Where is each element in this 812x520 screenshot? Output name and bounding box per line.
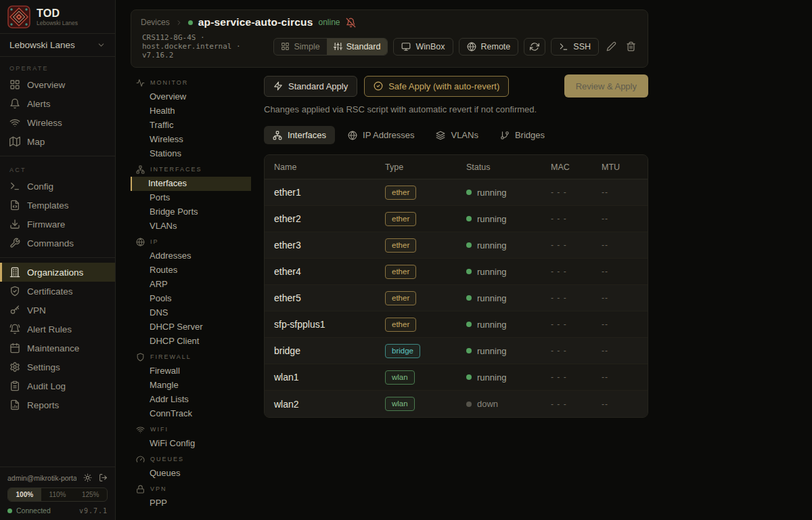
table-row-ether2[interactable]: ether2etherrunning- - --- [265, 206, 648, 232]
device-nav-item-health[interactable]: Health [131, 104, 251, 118]
view-mode-standard[interactable]: Standard [327, 39, 388, 55]
device-nav-item-mangle[interactable]: Mangle [131, 378, 251, 393]
sidebar-item-overview[interactable]: Overview [0, 75, 115, 94]
logout-button[interactable] [99, 473, 108, 482]
cell-name: ether4 [265, 266, 385, 277]
tab-bridges[interactable]: Bridges [491, 126, 554, 144]
sidebar-item-maintenance[interactable]: Maintenance [0, 339, 115, 358]
logout-icon [99, 473, 108, 482]
wifi-icon [136, 425, 145, 434]
tab-vlans[interactable]: VLANs [427, 126, 487, 144]
device-nav-item-traffic[interactable]: Traffic [131, 118, 251, 133]
table-row-wlan1[interactable]: wlan1wlanrunning- - --- [265, 364, 648, 391]
table-row-ether4[interactable]: ether4etherrunning- - --- [265, 259, 648, 285]
device-nav-section-firewall: FIREWALL [131, 349, 251, 364]
column-header-type: Type [385, 162, 466, 172]
device-nav-item-interfaces[interactable]: Interfaces [131, 177, 251, 191]
device-nav-item-queues[interactable]: Queues [131, 467, 251, 481]
tab-interfaces[interactable]: Interfaces [264, 126, 335, 144]
table-row-bridge[interactable]: bridgebridgerunning- - --- [265, 338, 648, 364]
tab-ip-addresses[interactable]: IP Addresses [339, 126, 423, 144]
sidebar-item-certificates[interactable]: Certificates [0, 282, 115, 301]
sidebar-nav: OPERATEOverviewAlertsWirelessMapACTConfi… [0, 57, 115, 467]
device-nav-item-addresses[interactable]: Addresses [131, 249, 251, 263]
table-row-ether3[interactable]: ether3etherrunning- - --- [265, 232, 648, 259]
zoom-option-110[interactable]: 110% [41, 488, 74, 501]
type-badge: ether [385, 318, 416, 332]
sidebar-item-alerts[interactable]: Alerts [0, 94, 115, 113]
cell-type: ether [385, 318, 466, 332]
device-nav: MONITOROverviewHealthTrafficWirelessStat… [131, 74, 251, 511]
cell-type: wlan [385, 370, 466, 385]
safe-apply-button[interactable]: Safe Apply (with auto-revert) [364, 76, 509, 97]
device-nav-item-stations[interactable]: Stations [131, 147, 251, 161]
device-nav-item-addr-lists[interactable]: Addr Lists [131, 393, 251, 407]
device-nav-item-pools[interactable]: Pools [131, 292, 251, 306]
sliders-icon [334, 42, 342, 51]
edit-device-button[interactable] [604, 41, 618, 51]
lock-icon [136, 485, 145, 494]
sidebar-item-templates[interactable]: Templates [0, 196, 115, 215]
standard-apply-button[interactable]: Standard Apply [264, 76, 357, 97]
sidebar-item-firmware[interactable]: Firmware [0, 215, 115, 234]
cell-status: running [466, 214, 551, 224]
device-nav-item-conntrack[interactable]: ConnTrack [131, 407, 251, 421]
sidebar-item-organizations[interactable]: Organizations [0, 263, 115, 282]
table-row-wlan2[interactable]: wlan2wlandown- - --- [265, 391, 648, 417]
org-selector[interactable]: Lebowski Lanes [0, 34, 115, 57]
delete-device-button[interactable] [624, 41, 638, 51]
winbox-button[interactable]: WinBox [393, 38, 453, 56]
safe-apply-label: Safe Apply (with auto-revert) [388, 81, 499, 91]
device-nav-item-ppp[interactable]: PPP [131, 496, 251, 511]
refresh-button[interactable] [524, 38, 545, 56]
sidebar-item-reports[interactable]: Reports [0, 395, 115, 414]
user-email: admin@mikrotik-portal.dev [7, 474, 76, 482]
shield-check-icon [9, 286, 20, 297]
table-row-ether5[interactable]: ether5etherrunning- - --- [265, 285, 648, 311]
activity-icon [136, 79, 145, 87]
device-nav-item-vlans[interactable]: VLANs [131, 219, 251, 234]
table-row-ether1[interactable]: ether1etherrunning- - --- [265, 179, 648, 206]
connection-status: Connected [16, 506, 51, 515]
device-nav-item-routes[interactable]: Routes [131, 263, 251, 278]
zoom-option-125[interactable]: 125% [74, 488, 107, 501]
chevron-right-icon [175, 19, 183, 26]
device-nav-item-wifi-config[interactable]: WiFi Config [131, 437, 251, 451]
sidebar-item-commands[interactable]: Commands [0, 234, 115, 253]
cell-name: sfp-sfpplus1 [265, 319, 385, 330]
device-nav-section-monitor: MONITOR [131, 74, 251, 90]
device-nav-item-arp[interactable]: ARP [131, 278, 251, 292]
terminal-icon [9, 181, 20, 192]
device-nav-item-overview[interactable]: Overview [131, 90, 251, 104]
device-nav-item-dns[interactable]: DNS [131, 306, 251, 320]
sidebar-item-audit-log[interactable]: Audit Log [0, 376, 115, 395]
sidebar-item-map[interactable]: Map [0, 132, 115, 151]
notifications-muted-icon[interactable] [346, 18, 356, 28]
sidebar-item-label: Audit Log [27, 381, 66, 391]
sidebar-item-vpn[interactable]: VPN [0, 301, 115, 320]
device-nav-item-ports[interactable]: Ports [131, 191, 251, 205]
sidebar-item-alert-rules[interactable]: Alert Rules [0, 320, 115, 339]
remote-button[interactable]: Remote [459, 38, 519, 56]
sidebar-item-wireless[interactable]: Wireless [0, 113, 115, 132]
review-apply-button[interactable]: Review & Apply [564, 74, 648, 98]
breadcrumb[interactable]: Devices [141, 18, 170, 27]
status-text: running [477, 346, 506, 356]
sidebar-item-config[interactable]: Config [0, 177, 115, 196]
device-nav-item-dhcp-client[interactable]: DHCP Client [131, 334, 251, 349]
device-nav-item-firewall[interactable]: Firewall [131, 364, 251, 378]
device-nav-item-bridge-ports[interactable]: Bridge Ports [131, 205, 251, 219]
cell-name: ether2 [265, 213, 385, 224]
monitor-icon [401, 42, 411, 51]
sidebar-item-label: Organizations [27, 267, 83, 278]
status-dot [466, 190, 472, 195]
theme-toggle-button[interactable] [83, 473, 92, 482]
cell-mac: - - - [551, 214, 602, 223]
zoom-option-100[interactable]: 100% [8, 488, 41, 501]
view-mode-simple[interactable]: Simple [274, 39, 326, 55]
device-nav-item-dhcp-server[interactable]: DHCP Server [131, 320, 251, 334]
device-nav-item-wireless[interactable]: Wireless [131, 133, 251, 147]
table-row-sfp-sfpplus1[interactable]: sfp-sfpplus1etherrunning- - --- [265, 311, 648, 338]
ssh-button[interactable]: SSH [551, 38, 599, 56]
sidebar-item-settings[interactable]: Settings [0, 358, 115, 376]
